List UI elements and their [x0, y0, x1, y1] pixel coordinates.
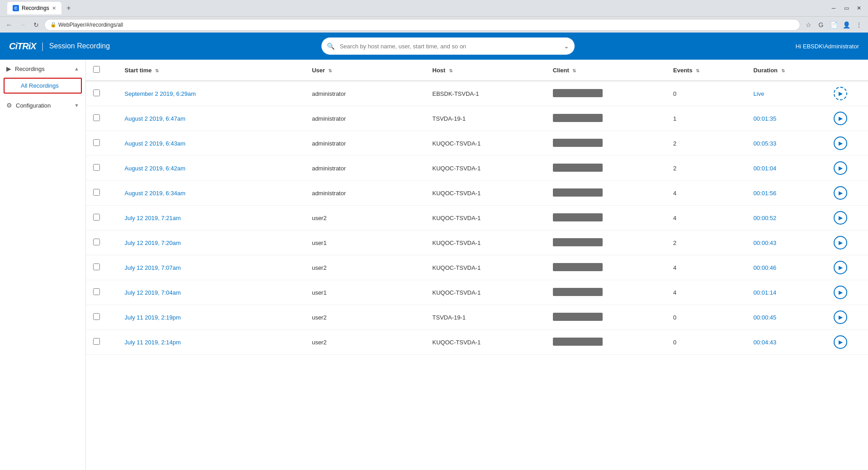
play-button-7[interactable]: ▶ [834, 261, 847, 274]
start-time-link-4[interactable]: August 2 2019, 6:34am [125, 190, 185, 197]
row-checkbox-9[interactable] [93, 313, 100, 320]
user-cell-6: user1 [305, 230, 425, 255]
sidebar-item-configuration[interactable]: ⚙ Configuration ▼ [0, 97, 85, 113]
forward-button[interactable]: → [17, 19, 28, 30]
play-button-10[interactable]: ▶ [834, 335, 847, 349]
search-icon: 🔍 [327, 42, 335, 50]
col-header-events[interactable]: Events ⇅ [666, 60, 746, 81]
row-checkbox-1[interactable] [93, 114, 100, 121]
address-bar[interactable]: 🔒 WebPlayer/#/recordings/all [44, 19, 800, 31]
play-button-2[interactable]: ▶ [834, 136, 847, 150]
col-header-client[interactable]: Client ⇅ [546, 60, 666, 81]
tab-title: Recordings [22, 5, 49, 11]
duration-link-4[interactable]: 00:01:56 [754, 190, 777, 197]
sort-icon-host: ⇅ [449, 68, 453, 73]
duration-link-3[interactable]: 00:01:04 [754, 165, 777, 172]
row-checkbox-4[interactable] [93, 189, 100, 196]
start-time-link-5[interactable]: July 12 2019, 7:21am [125, 215, 181, 221]
host-cell-0: EBSDK-TSVDA-1 [425, 81, 545, 106]
close-button[interactable]: ✕ [854, 3, 864, 14]
logo-area: CiTRiX | Session Recording [9, 41, 110, 52]
row-checkbox-3[interactable] [93, 164, 100, 171]
play-button-4[interactable]: ▶ [834, 186, 847, 200]
row-checkbox-7[interactable] [93, 263, 100, 270]
duration-link-5[interactable]: 00:00:52 [754, 215, 777, 221]
play-button-0[interactable]: ▶ [834, 87, 847, 100]
row-checkbox-6[interactable] [93, 239, 100, 245]
play-button-8[interactable]: ▶ [834, 286, 847, 299]
extension-button-2[interactable]: 📄 [828, 19, 839, 30]
play-button-3[interactable]: ▶ [834, 161, 847, 175]
play-button-9[interactable]: ▶ [834, 310, 847, 324]
extension-button-1[interactable]: G [816, 19, 826, 30]
duration-link-2[interactable]: 00:05:33 [754, 140, 777, 147]
duration-link-7[interactable]: 00:00:46 [754, 264, 777, 271]
table-row: August 2 2019, 6:34amadministratorKUQOC-… [86, 181, 868, 206]
client-bar-10 [553, 338, 603, 346]
menu-button[interactable]: ⋮ [854, 19, 864, 30]
address-text: WebPlayer/#/recordings/all [58, 22, 123, 28]
col-header-user[interactable]: User ⇅ [305, 60, 425, 81]
start-time-link-8[interactable]: July 12 2019, 7:04am [125, 289, 181, 296]
duration-link-10[interactable]: 00:04:43 [754, 339, 777, 346]
start-time-link-10[interactable]: July 11 2019, 2:14pm [125, 339, 181, 346]
select-all-checkbox[interactable] [93, 66, 100, 73]
events-cell-9: 0 [666, 305, 746, 330]
table-row: September 2 2019, 6:29amadministratorEBS… [86, 81, 868, 106]
client-bar-4 [553, 188, 603, 197]
host-cell-7: KUQOC-TSVDA-1 [425, 255, 545, 280]
client-bar-3 [553, 164, 603, 172]
col-header-duration[interactable]: Duration ⇅ [746, 60, 827, 81]
table-row: July 12 2019, 7:20amuser1KUQOC-TSVDA-120… [86, 230, 868, 255]
sidebar: ▶ Recordings ▲ All Recordings ⚙ Configur… [0, 60, 86, 470]
events-cell-3: 2 [666, 156, 746, 181]
header-search: 🔍 ⌄ [110, 38, 787, 55]
new-tab-button[interactable]: + [63, 3, 74, 14]
toolbar-icons: ☆ G 📄 👤 ⋮ [803, 19, 864, 30]
play-button-1[interactable]: ▶ [834, 112, 847, 125]
client-bar-7 [553, 263, 603, 271]
tab-close-button[interactable]: ✕ [52, 5, 56, 11]
search-input[interactable] [321, 38, 575, 55]
play-button-6[interactable]: ▶ [834, 236, 847, 249]
row-checkbox-0[interactable] [93, 89, 100, 96]
reload-button[interactable]: ↻ [31, 19, 42, 30]
user-cell-1: administrator [305, 106, 425, 131]
play-button-5[interactable]: ▶ [834, 211, 847, 225]
user-cell-4: administrator [305, 181, 425, 206]
start-time-link-3[interactable]: August 2 2019, 6:42am [125, 165, 185, 172]
client-bar-2 [553, 139, 603, 147]
maximize-button[interactable]: ▭ [841, 3, 852, 14]
start-time-link-7[interactable]: July 12 2019, 7:07am [125, 264, 181, 271]
col-header-start-time[interactable]: Start time ⇅ [118, 60, 305, 81]
user-cell-0: administrator [305, 81, 425, 106]
minimize-button[interactable]: ─ [828, 3, 839, 14]
bookmark-button[interactable]: ☆ [803, 19, 814, 30]
row-checkbox-5[interactable] [93, 214, 100, 221]
recordings-chevron-icon: ▲ [74, 66, 79, 71]
duration-link-9[interactable]: 00:00:45 [754, 314, 777, 321]
start-time-link-6[interactable]: July 12 2019, 7:20am [125, 240, 181, 246]
start-time-link-2[interactable]: August 2 2019, 6:43am [125, 140, 185, 147]
sidebar-item-all-recordings[interactable]: All Recordings [4, 78, 82, 94]
col-header-host[interactable]: Host ⇅ [425, 60, 545, 81]
sidebar-item-recordings[interactable]: ▶ Recordings ▲ [0, 60, 85, 78]
host-cell-5: KUQOC-TSVDA-1 [425, 206, 545, 230]
sort-icon-user: ⇅ [328, 68, 332, 73]
start-time-link-9[interactable]: July 11 2019, 2:19pm [125, 314, 181, 321]
client-bar-8 [553, 288, 603, 296]
start-time-link-1[interactable]: August 2 2019, 6:47am [125, 115, 185, 122]
row-checkbox-2[interactable] [93, 139, 100, 146]
start-time-link-0[interactable]: September 2 2019, 6:29am [125, 90, 196, 97]
duration-link-6[interactable]: 00:00:43 [754, 240, 777, 246]
back-button[interactable]: ← [4, 19, 14, 30]
col-header-play [826, 60, 868, 81]
row-checkbox-8[interactable] [93, 288, 100, 295]
duration-link-8[interactable]: 00:01:14 [754, 289, 777, 296]
search-dropdown-icon[interactable]: ⌄ [564, 42, 569, 50]
row-checkbox-10[interactable] [93, 338, 100, 345]
profile-button[interactable]: 👤 [841, 19, 852, 30]
duration-link-1[interactable]: 00:01:35 [754, 115, 777, 122]
events-cell-0: 0 [666, 81, 746, 106]
active-tab[interactable]: C Recordings ✕ [7, 2, 61, 14]
